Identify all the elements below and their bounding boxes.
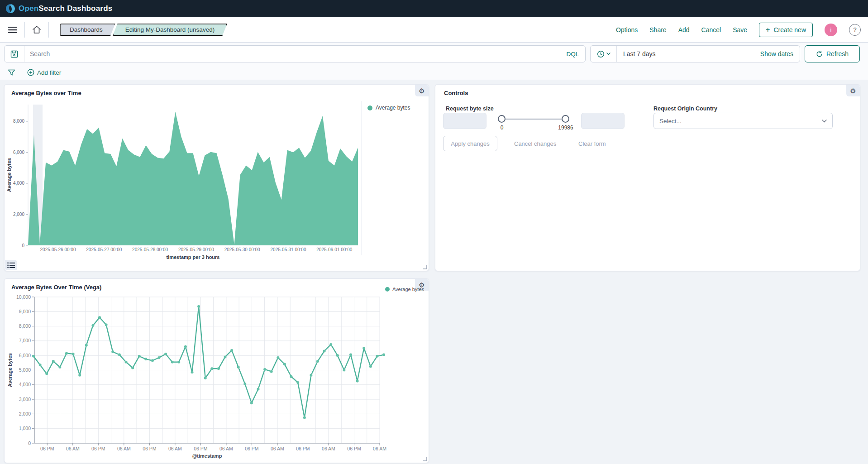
- svg-text:06 AM: 06 AM: [219, 446, 233, 451]
- svg-text:9,000: 9,000: [19, 309, 31, 314]
- byte-size-max-input[interactable]: [581, 113, 625, 129]
- svg-text:06 AM: 06 AM: [66, 446, 80, 451]
- filter-bar: Add filter: [0, 66, 61, 79]
- svg-text:3,000: 3,000: [19, 397, 31, 402]
- svg-text:Average bytes: Average bytes: [6, 158, 12, 192]
- svg-text:1,000: 1,000: [19, 426, 31, 431]
- svg-text:06 PM: 06 PM: [296, 446, 310, 451]
- select-placeholder: Select...: [659, 118, 682, 124]
- slider-max-value: 19986: [552, 124, 579, 131]
- nav-bar: Dashboards Editing My-Dashboard (unsaved…: [0, 17, 868, 43]
- time-range-value[interactable]: Last 7 days: [617, 50, 656, 57]
- time-quick-select-button[interactable]: [591, 46, 617, 62]
- search-input[interactable]: [24, 46, 560, 62]
- byte-size-min-input[interactable]: [443, 113, 486, 129]
- svg-text:6,000: 6,000: [13, 150, 24, 155]
- options-button[interactable]: Options: [616, 26, 638, 33]
- breadcrumb-dashboards[interactable]: Dashboards: [60, 24, 115, 36]
- cancel-button[interactable]: Cancel: [701, 26, 721, 33]
- app-title: OpenSearchDashboards: [19, 4, 112, 13]
- svg-text:0: 0: [28, 440, 31, 446]
- home-button[interactable]: [29, 23, 44, 37]
- save-query-icon: [10, 50, 18, 58]
- save-query-button[interactable]: [5, 46, 24, 62]
- svg-text:06 PM: 06 PM: [40, 446, 54, 451]
- svg-text:06 AM: 06 AM: [168, 446, 182, 451]
- svg-text:2,000: 2,000: [13, 212, 24, 217]
- svg-text:06 PM: 06 PM: [143, 446, 156, 451]
- panel-average-bytes-over-time-vega: Average Bytes Over Time (Vega) ⚙ Average…: [4, 278, 429, 463]
- query-language-button[interactable]: DQL: [560, 46, 585, 62]
- svg-text:06 PM: 06 PM: [91, 446, 105, 451]
- svg-text:7,000: 7,000: [19, 338, 31, 343]
- divider: [48, 22, 49, 38]
- panel-average-bytes-over-time: Average Bytes over Time ⚙ 02,0004,0006,0…: [4, 84, 429, 271]
- origin-country-select[interactable]: Select...: [653, 113, 833, 129]
- svg-text:8,000: 8,000: [13, 119, 24, 124]
- filter-menu-button[interactable]: [6, 67, 16, 77]
- search-box: DQL: [4, 45, 586, 62]
- svg-text:4,000: 4,000: [13, 181, 24, 186]
- panel-settings-gear-icon[interactable]: ⚙: [846, 85, 860, 96]
- svg-text:06 AM: 06 AM: [117, 446, 131, 451]
- svg-text:0: 0: [22, 243, 24, 248]
- app-header: OpenSearchDashboards: [0, 0, 868, 17]
- area-chart-canvas[interactable]: 02,0004,0006,0008,0002025-05-26 00:00202…: [5, 96, 361, 268]
- legend-toggle-button[interactable]: [5, 260, 17, 270]
- share-button[interactable]: Share: [649, 26, 666, 33]
- byte-size-slider-handle-min[interactable]: [498, 115, 506, 123]
- clear-form-button[interactable]: Clear form: [578, 136, 606, 151]
- byte-size-slider-track[interactable]: [502, 119, 566, 120]
- legend-label: Average bytes: [376, 105, 410, 111]
- save-button[interactable]: Save: [733, 26, 747, 33]
- menu-button[interactable]: [5, 23, 20, 37]
- cancel-changes-button[interactable]: Cancel changes: [514, 136, 556, 151]
- chevron-down-icon: [606, 53, 610, 55]
- svg-text:5,000: 5,000: [19, 367, 31, 373]
- chevron-down-icon: [822, 120, 827, 123]
- byte-size-slider-handle-max[interactable]: [562, 115, 569, 123]
- svg-text:2025-05-28 00:00: 2025-05-28 00:00: [132, 247, 168, 252]
- vega-chart-canvas[interactable]: 01,0002,0003,0004,0005,0006,0007,0008,00…: [5, 290, 429, 462]
- app-window: OpenSearchDashboards Dashboards Editing …: [0, 0, 868, 464]
- svg-text:2025-06-01 00:00: 2025-06-01 00:00: [316, 247, 352, 252]
- add-button[interactable]: Add: [678, 26, 690, 33]
- create-new-button[interactable]: + Create new: [759, 23, 813, 37]
- svg-text:@timestamp: @timestamp: [192, 453, 222, 459]
- plus-circle-icon: [27, 69, 34, 76]
- user-avatar[interactable]: i: [825, 24, 837, 36]
- legend-item-average-bytes[interactable]: Average bytes: [367, 105, 410, 111]
- legend-dot: [367, 105, 372, 110]
- home-icon: [32, 25, 41, 34]
- svg-text:6,000: 6,000: [19, 353, 31, 358]
- show-dates-button[interactable]: Show dates: [760, 50, 800, 57]
- opensearch-logo[interactable]: OpenSearchDashboards: [5, 4, 112, 14]
- filter-funnel-icon: [8, 69, 15, 76]
- breadcrumb-current-dashboard[interactable]: Editing My-Dashboard (unsaved): [113, 24, 227, 36]
- add-filter-label: Add filter: [37, 69, 61, 76]
- panel-settings-gear-icon[interactable]: ⚙: [415, 85, 429, 96]
- svg-text:06 PM: 06 PM: [245, 446, 258, 451]
- svg-text:2025-05-27 00:00: 2025-05-27 00:00: [86, 247, 122, 252]
- svg-text:2,000: 2,000: [19, 411, 31, 416]
- svg-text:2025-05-31 00:00: 2025-05-31 00:00: [271, 247, 306, 252]
- svg-text:2025-05-26 00:00: 2025-05-26 00:00: [40, 247, 76, 252]
- svg-text:2025-05-29 00:00: 2025-05-29 00:00: [178, 247, 214, 252]
- create-new-label: Create new: [773, 26, 806, 33]
- svg-text:Average bytes: Average bytes: [7, 353, 13, 387]
- help-icon[interactable]: ?: [849, 24, 861, 36]
- apply-changes-button[interactable]: Apply changes: [443, 136, 497, 151]
- panel-resize-handle[interactable]: [423, 265, 427, 269]
- slider-min-value: 0: [493, 124, 511, 131]
- hamburger-icon: [8, 26, 17, 33]
- nav-actions: Options Share Add Cancel Save + Create n…: [616, 23, 861, 37]
- clock-icon: [597, 50, 605, 58]
- svg-text:06 PM: 06 PM: [347, 446, 361, 451]
- svg-text:10,000: 10,000: [16, 294, 31, 300]
- refresh-button[interactable]: Refresh: [805, 45, 860, 62]
- panel-resize-handle[interactable]: [423, 457, 427, 461]
- add-filter-button[interactable]: Add filter: [27, 69, 61, 76]
- svg-text:06 AM: 06 AM: [271, 446, 284, 451]
- query-bar: DQL Last 7 days Show dates Refresh: [0, 45, 868, 62]
- svg-text:06 AM: 06 AM: [322, 446, 335, 451]
